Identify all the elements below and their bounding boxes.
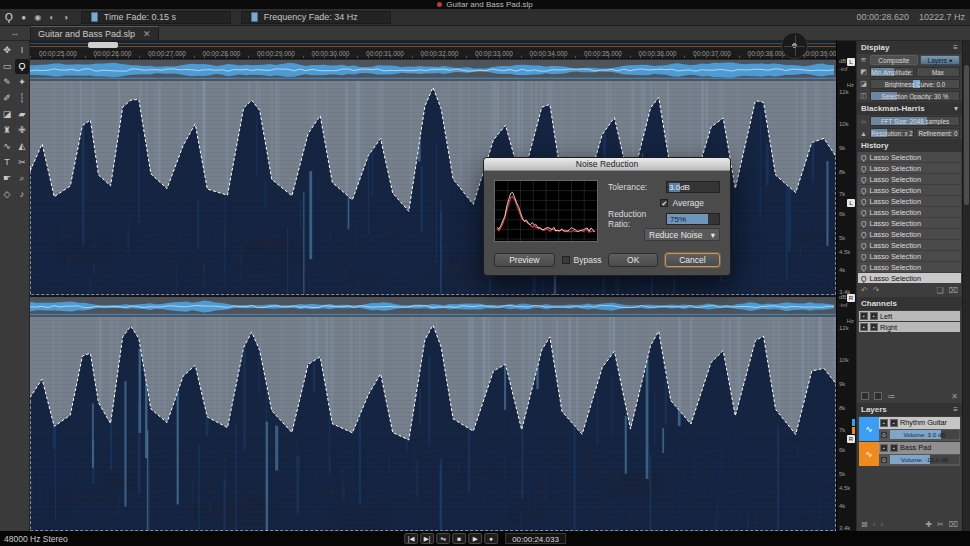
preview-button[interactable]: Preview <box>494 253 555 267</box>
tool-zoom[interactable]: ⌕ <box>15 171 29 186</box>
history-item[interactable]: ϘLasso Selection <box>858 240 961 250</box>
history-item[interactable]: ϘLasso Selection <box>858 174 961 184</box>
channel-row[interactable]: ▪▪Left <box>859 311 960 321</box>
panel-button-2[interactable] <box>874 392 882 400</box>
layer-fx-icon[interactable]: ⊘ <box>880 456 888 464</box>
redo-icon[interactable]: ↷ <box>873 286 880 295</box>
selection-subtract-icon[interactable]: ◐ <box>47 13 57 22</box>
layers-toolbar-icon-0[interactable]: ⊠ <box>861 520 868 529</box>
history-item[interactable]: ϘLasso Selection <box>858 196 961 206</box>
tool-gain-curve[interactable]: ∿ <box>0 139 14 154</box>
tool-magic-wand[interactable]: ✦ <box>15 75 29 90</box>
tool-frequency-selection[interactable]: ┆ <box>15 91 29 106</box>
history-item[interactable]: ϘLasso Selection <box>858 251 961 261</box>
channel-solo-toggle[interactable]: ▪ <box>870 312 878 320</box>
layers-menu-icon[interactable]: ≡ <box>953 405 958 414</box>
tool-brush-selection[interactable]: ✎ <box>0 75 14 90</box>
stop-button[interactable]: ■ <box>452 533 466 544</box>
tool-clone-stamp[interactable]: ♜ <box>0 123 14 138</box>
fft-section-header[interactable]: Blackman-Harris ▾ <box>857 102 962 115</box>
tool-move-transform[interactable]: T <box>0 155 14 170</box>
display-section-header[interactable]: Display ≡ <box>857 41 962 54</box>
channel-visible-toggle[interactable]: ▪ <box>860 312 868 320</box>
tolerance-input[interactable]: 3.0dB <box>666 181 720 193</box>
max-amplitude-slider[interactable]: Max Amplitude: 7 dB <box>916 67 960 77</box>
play-button[interactable]: ▶ <box>468 533 482 544</box>
panel-button-1[interactable] <box>861 392 869 400</box>
layer-row[interactable]: ∿▪▪Rhythm Guitar⊘Volume: 3.0 dB <box>859 417 960 441</box>
layer-color-swatch[interactable]: ∿ <box>859 442 879 466</box>
undo-icon[interactable]: ↶ <box>861 286 868 295</box>
tab-close-icon[interactable]: ✕ <box>143 29 151 39</box>
tool-transform[interactable]: ✥ <box>0 43 14 58</box>
tool-lasso-selection[interactable]: Ϙ <box>15 59 29 74</box>
layers-toolbar-icon-1[interactable]: ▫ <box>873 520 876 529</box>
view-mode-dropdown[interactable]: Layers ▾ <box>920 55 960 65</box>
layer-volume-row[interactable]: ⊘Volume: -15.0 dB <box>879 454 960 466</box>
fft-dropdown-icon[interactable]: ▾ <box>954 104 958 113</box>
time-fade-control[interactable]: Time Fade: 0.15 s <box>81 11 231 24</box>
add-layer-icon[interactable]: ✚ <box>925 520 932 529</box>
layer-fx-icon[interactable]: ⊘ <box>880 431 888 439</box>
tool-cut[interactable]: ✂ <box>15 155 29 170</box>
history-section-header[interactable]: History <box>857 139 962 152</box>
duplicate-icon[interactable]: ❏ <box>937 286 944 295</box>
layer-solo-toggle[interactable]: ▪ <box>890 444 898 452</box>
layer-volume-slider[interactable]: Volume: -15.0 dB <box>890 455 959 464</box>
tool-eraser-hard[interactable]: ▰ <box>15 107 29 122</box>
time-ruler[interactable]: 00:00:25.00000:00:26.00000:00:27.00000:0… <box>30 49 836 59</box>
overview-scrollbar[interactable] <box>30 41 836 49</box>
loop-button[interactable]: ⇆ <box>436 533 450 544</box>
resolution-slider[interactable]: Resolution: x 2 <box>870 128 914 138</box>
cancel-button[interactable]: Cancel <box>665 253 720 267</box>
selection-intersect-icon[interactable]: ◑ <box>61 13 71 22</box>
selection-opacity-slider[interactable]: Selection Opacity: 30 % <box>870 91 960 101</box>
display-menu-icon[interactable]: ≡ <box>953 43 958 52</box>
record-button[interactable]: ● <box>484 533 498 544</box>
vertical-scrollbar[interactable] <box>962 41 970 531</box>
fft-size-slider[interactable]: FFT Size: 2048 samples (43ms/23Hz) <box>870 116 960 126</box>
ok-button[interactable]: OK <box>608 253 658 267</box>
composite-view-button[interactable]: Composite View <box>870 55 918 65</box>
layer-name-row[interactable]: ▪▪Rhythm Guitar <box>879 417 960 429</box>
history-delete-icon[interactable]: ⌧ <box>949 286 958 295</box>
tool-playback[interactable]: ♪ <box>15 187 29 202</box>
history-item[interactable]: ϘLasso Selection <box>858 262 961 272</box>
layers-section-header[interactable]: Layers ≡ <box>857 403 962 416</box>
channel-solo-toggle[interactable]: ▪ <box>870 323 878 331</box>
skip-start-button[interactable]: |◀ <box>404 533 418 544</box>
channels-section-header[interactable]: Channels <box>857 297 962 310</box>
min-amplitude-slider[interactable]: Min Amplitude: -96 dB <box>870 67 914 77</box>
delete-layer-icon[interactable]: ⌧ <box>949 520 958 529</box>
tool-rectangle-selection[interactable]: ▭ <box>0 59 14 74</box>
layer-volume-slider[interactable]: Volume: 3.0 dB <box>890 430 959 439</box>
history-item[interactable]: ϘLasso Selection <box>858 163 961 173</box>
skip-end-button[interactable]: ▶| <box>420 533 434 544</box>
navigation-ball[interactable] <box>781 32 808 59</box>
channel-row[interactable]: ▪▪Right <box>859 322 960 332</box>
tool-hand[interactable]: ☛ <box>0 171 14 186</box>
frequency-fade-control[interactable]: Frequency Fade: 34 Hz <box>241 11 391 24</box>
frequency-fade-handle[interactable] <box>251 12 258 22</box>
history-item[interactable]: ϘLasso Selection <box>858 273 961 283</box>
history-item[interactable]: ϘLasso Selection <box>858 152 961 162</box>
layer-volume-row[interactable]: ⊘Volume: 3.0 dB <box>879 429 960 441</box>
layer-color-swatch[interactable]: ∿ <box>859 417 879 441</box>
panel-list-icon[interactable]: ≔ <box>887 392 895 401</box>
tool-eraser[interactable]: ◪ <box>0 107 14 122</box>
time-fade-handle[interactable] <box>91 12 98 22</box>
document-tab[interactable]: Guitar and Bass Pad.slp ✕ <box>30 26 159 40</box>
tool-heal[interactable]: ✙ <box>15 123 29 138</box>
history-item[interactable]: ϘLasso Selection <box>858 229 961 239</box>
waveform-strip-left[interactable] <box>30 59 836 81</box>
layer-row[interactable]: ∿▪▪Bass Pad⊘Volume: -15.0 dB <box>859 442 960 466</box>
history-item[interactable]: ϘLasso Selection <box>858 207 961 217</box>
average-checkbox[interactable]: ✔ <box>660 199 668 207</box>
layers-toolbar-icon-2[interactable]: ▫ <box>881 520 884 529</box>
layer-visible-toggle[interactable]: ▪ <box>880 419 888 427</box>
refinement-slider[interactable]: Refinement: 0 % <box>916 128 960 138</box>
tool-amplify[interactable]: ◭ <box>15 139 29 154</box>
tool-time-selection[interactable]: I <box>15 43 29 58</box>
history-item[interactable]: ϘLasso Selection <box>858 218 961 228</box>
dialog-title[interactable]: Noise Reduction <box>484 158 730 171</box>
